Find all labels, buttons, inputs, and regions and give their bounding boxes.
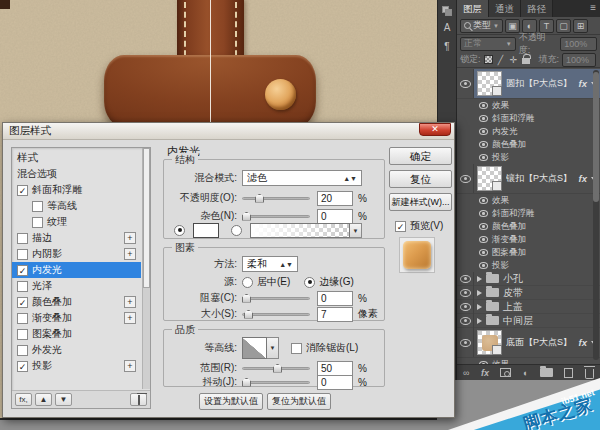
blend-mode-select[interactable]: 正常 ▼	[460, 37, 516, 51]
delete-layer-icon[interactable]	[585, 369, 594, 379]
style-item-pattern-overlay[interactable]: 图案叠加	[12, 326, 141, 342]
style-checkbox[interactable]	[32, 201, 43, 212]
layers-scrollbar[interactable]	[593, 70, 599, 360]
style-checkbox[interactable]	[17, 249, 28, 260]
opacity-slider[interactable]	[242, 197, 310, 200]
eye-icon[interactable]	[479, 262, 488, 269]
style-item-blending-options[interactable]: 混合选项	[12, 166, 141, 182]
slider-thumb[interactable]	[255, 194, 264, 203]
filter-shape-icon[interactable]: ▢	[556, 19, 571, 33]
style-item-satin[interactable]: 光泽	[12, 278, 141, 294]
style-checkbox[interactable]	[17, 329, 28, 340]
eye-icon[interactable]	[479, 115, 488, 122]
reset-default-button[interactable]: 复位为默认值	[267, 393, 331, 410]
group-row-small-holes[interactable]: 小孔	[457, 272, 600, 286]
slider-thumb[interactable]	[242, 212, 251, 221]
glow-gradient-radio[interactable]	[231, 225, 242, 236]
dialog-titlebar[interactable]: 图层样式	[3, 123, 454, 140]
eye-icon[interactable]	[460, 275, 471, 283]
style-item-gradient-overlay[interactable]: 渐变叠加+	[12, 310, 141, 326]
visibility-cell[interactable]	[457, 300, 474, 314]
eye-icon[interactable]	[460, 289, 471, 297]
opacity-select[interactable]: 100%	[560, 37, 597, 51]
group-name[interactable]: 上盖	[503, 300, 523, 314]
layer-name[interactable]: 底面【P大点S】	[506, 336, 575, 349]
contour-picker[interactable]	[242, 337, 267, 359]
effect-row-bevel[interactable]: 斜面和浮雕	[457, 207, 600, 220]
slider-thumb[interactable]	[242, 378, 251, 387]
group-row-middle-layer[interactable]: 中间层	[457, 314, 600, 328]
eye-icon[interactable]	[460, 317, 471, 325]
style-item-drop-shadow[interactable]: 投影+	[12, 358, 141, 374]
contour-arrow-icon[interactable]: ▼	[267, 337, 279, 359]
layer-thumbnail[interactable]	[477, 166, 502, 191]
size-input[interactable]: 7	[317, 307, 353, 322]
paragraph-panel-icon[interactable]: ¶	[440, 40, 454, 54]
move-effect-down-button[interactable]: ▼	[55, 393, 72, 406]
choke-input[interactable]: 0	[317, 291, 353, 306]
style-item-bevel-emboss[interactable]: 斜面和浮雕	[12, 182, 141, 198]
eye-icon[interactable]	[479, 197, 488, 204]
add-instance-icon[interactable]: +	[124, 248, 136, 260]
delete-effect-button[interactable]	[130, 393, 147, 406]
range-slider[interactable]	[242, 367, 310, 370]
lock-transparency-icon[interactable]	[484, 55, 493, 64]
technique-select[interactable]: 柔和 ▲▼	[242, 256, 298, 272]
styles-scrollbar[interactable]	[142, 148, 150, 389]
eye-icon[interactable]	[460, 175, 471, 183]
panel-menu-icon[interactable]: ≡	[590, 0, 600, 17]
eye-icon[interactable]	[460, 339, 471, 347]
filter-smart-object-icon[interactable]: ⊞	[573, 19, 588, 33]
add-instance-icon[interactable]: +	[124, 312, 136, 324]
eye-icon[interactable]	[479, 154, 488, 161]
layer-name[interactable]: 圆扣【P大点S】	[506, 77, 575, 90]
add-effect-button[interactable]: fx,	[15, 393, 32, 406]
new-style-button[interactable]: 新建样式(W)...	[389, 193, 452, 211]
visibility-cell[interactable]	[457, 69, 474, 98]
layer-thumbnail[interactable]	[477, 71, 502, 96]
eye-icon[interactable]	[460, 303, 471, 311]
eye-icon[interactable]	[479, 210, 488, 217]
style-checkbox[interactable]	[32, 217, 43, 228]
style-item-stroke[interactable]: 描边+	[12, 230, 141, 246]
add-instance-icon[interactable]: +	[124, 296, 136, 308]
character-panel-icon[interactable]: A	[440, 21, 454, 35]
visibility-cell[interactable]	[457, 328, 474, 357]
jitter-slider[interactable]	[242, 381, 310, 384]
style-checkbox[interactable]	[17, 233, 28, 244]
group-name[interactable]: 皮带	[503, 286, 523, 300]
new-layer-icon[interactable]	[564, 368, 573, 378]
eye-icon[interactable]	[479, 223, 488, 230]
style-item-color-overlay[interactable]: 颜色叠加+	[12, 294, 141, 310]
lock-all-icon[interactable]	[522, 58, 530, 64]
move-effect-up-button[interactable]: ▲	[35, 393, 52, 406]
eye-icon[interactable]	[479, 236, 488, 243]
layer-row-bottom-face[interactable]: 底面【P大点S】 fx	[457, 328, 600, 358]
preview-checkbox[interactable]	[395, 221, 406, 232]
disclosure-icon[interactable]	[477, 304, 482, 310]
style-checkbox[interactable]	[17, 281, 28, 292]
disclosure-icon[interactable]	[477, 276, 482, 282]
filter-type-select[interactable]: 类型 ▼	[460, 19, 503, 33]
style-item-texture[interactable]: 纹理	[12, 214, 141, 230]
add-instance-icon[interactable]: +	[124, 360, 136, 372]
layer-row-round-buckle[interactable]: 圆扣【P大点S】 fx	[457, 69, 600, 99]
effect-row-drop-shadow[interactable]: 投影	[457, 151, 600, 164]
disclosure-icon[interactable]	[477, 318, 482, 324]
group-row-belt[interactable]: 皮带	[457, 286, 600, 300]
visibility-cell[interactable]	[457, 164, 474, 193]
effects-header-row[interactable]: 效果	[457, 99, 600, 112]
slider-thumb[interactable]	[244, 310, 253, 319]
add-layer-mask-icon[interactable]	[500, 368, 511, 377]
layer-name[interactable]: 镶扣【P大点S】	[506, 172, 575, 185]
group-row-top-cover[interactable]: 上盖	[457, 300, 600, 314]
scrollbar-thumb[interactable]	[143, 148, 150, 288]
gradient-picker-arrow-icon[interactable]: ▼	[350, 223, 362, 238]
slider-thumb[interactable]	[273, 364, 282, 373]
noise-slider[interactable]	[242, 215, 310, 218]
eye-icon[interactable]	[460, 80, 471, 88]
effects-header-row[interactable]: 效果	[457, 194, 600, 207]
style-item-outer-glow[interactable]: 外发光	[12, 342, 141, 358]
visibility-cell[interactable]	[457, 272, 474, 286]
visibility-cell[interactable]	[457, 314, 474, 328]
